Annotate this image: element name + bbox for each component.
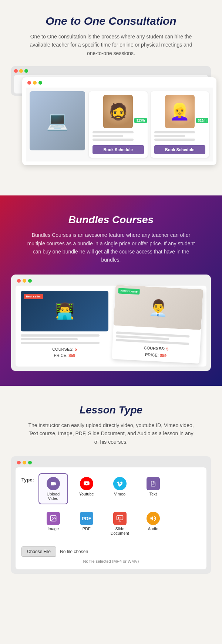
no-file-text: No file chosen xyxy=(60,549,88,554)
upload-video-symbol xyxy=(47,477,60,490)
card-line xyxy=(154,131,195,133)
lesson-section: Lesson Type The instructor can easily up… xyxy=(0,386,222,589)
consultation-title: One to One Consultation xyxy=(11,15,211,27)
youtube-label: Youtube xyxy=(79,492,94,496)
consultation-hero-image: 💻 xyxy=(30,91,85,150)
lesson-type-row: Type: Upload Video xyxy=(21,473,201,539)
female-face: 👱‍♀️ xyxy=(165,95,195,128)
dot-red-lesson xyxy=(17,461,21,464)
svg-point-3 xyxy=(52,517,53,518)
card-line xyxy=(154,139,195,141)
consultation-cards-row: 💻 🧔 $23/h xyxy=(26,88,213,161)
image-icon xyxy=(47,512,60,525)
lesson-icon-upload-video[interactable]: Upload Video xyxy=(38,473,68,504)
dot-green-lesson xyxy=(28,461,32,464)
card-line xyxy=(92,139,134,141)
consultation-section: One to One Consultation One to One consu… xyxy=(0,0,222,195)
slide-symbol xyxy=(113,512,127,525)
female-emoji: 👱‍♀️ xyxy=(169,102,190,121)
bundle-card-1: 👨‍💻 Best seller COURSES: 5 xyxy=(21,291,108,359)
svg-rect-4 xyxy=(117,516,123,520)
svg-rect-7 xyxy=(118,517,119,519)
lesson-icon-pdf[interactable]: PDF PDF xyxy=(72,508,101,539)
card-lines-2 xyxy=(154,131,206,142)
lesson-title: Lesson Type xyxy=(11,404,211,416)
newcourse-badge: New Course xyxy=(118,288,140,294)
browser-front: 💻 🧔 $23/h xyxy=(22,77,216,165)
lesson-icon-text[interactable]: Text xyxy=(138,473,168,504)
teacher-avatar-2: 👱‍♀️ xyxy=(165,95,195,128)
teacher-card-1: 🧔 $23/h Book Schedule xyxy=(89,91,148,158)
pdf-label: PDF xyxy=(83,527,91,531)
card-lines-1 xyxy=(92,131,144,142)
dot-green-bundles xyxy=(28,279,32,283)
bundle-meta-2: COURSES: 5 PRICE: $59 xyxy=(115,343,197,361)
bundles-browser-dots xyxy=(16,279,206,283)
youtube-symbol xyxy=(80,477,93,490)
bundle-meta-1: COURSES: 5 PRICE: $59 xyxy=(21,346,108,359)
bundle-lines-1 xyxy=(21,334,108,344)
bundle-price-1: PRICE: $59 xyxy=(21,352,108,359)
price-badge-1: $23/h xyxy=(134,118,147,123)
choose-file-button[interactable]: Choose File xyxy=(21,546,56,557)
dot-green-front xyxy=(38,81,42,85)
dot-red-bundles xyxy=(17,279,21,283)
browser-dots-front xyxy=(26,81,213,85)
youtube-icon xyxy=(80,477,93,490)
image-symbol xyxy=(47,512,60,525)
dot-yellow-front xyxy=(33,81,37,85)
browser-dots-back xyxy=(14,69,208,73)
dot-red xyxy=(14,69,18,73)
dot-green xyxy=(24,69,28,73)
card-line xyxy=(154,135,185,137)
file-chooser-area: Choose File No file chosen xyxy=(21,546,201,557)
file-hint-text: No file selected (MP4 or WMV) xyxy=(21,559,201,563)
vimeo-symbol xyxy=(113,477,127,490)
audio-symbol xyxy=(147,512,160,525)
bundles-section: Bundles Courses Bundles Courses is an aw… xyxy=(0,195,222,386)
text-symbol xyxy=(147,477,160,490)
bundles-description: Bundles Courses is an awesome feature wh… xyxy=(26,231,196,264)
lesson-icon-slide[interactable]: Slide Document xyxy=(105,508,135,539)
svg-rect-1 xyxy=(152,485,154,485)
teacher-card-2: 👱‍♀️ $23/h Book Schedule xyxy=(151,91,209,158)
card-line xyxy=(92,135,123,137)
consultation-mockup: 💻 🧔 $23/h xyxy=(11,66,211,184)
bundle-image-2: 👨‍💼 New Course xyxy=(114,285,203,330)
bundles-title: Bundles Courses xyxy=(11,214,211,226)
upload-video-icon xyxy=(47,477,60,490)
lesson-type-icons: Upload Video Youtube xyxy=(38,473,201,539)
svg-rect-0 xyxy=(152,484,154,484)
dot-red-front xyxy=(27,81,31,85)
book-schedule-button-1[interactable]: Book Schedule xyxy=(92,145,144,154)
slide-icon xyxy=(113,512,127,525)
male-emoji: 🧔 xyxy=(108,102,128,121)
dot-yellow xyxy=(19,69,23,73)
book-schedule-button-2[interactable]: Book Schedule xyxy=(154,145,206,154)
bestseller-badge: Best seller xyxy=(24,294,43,299)
bundle-card-2-content: COURSES: 5 PRICE: $59 xyxy=(112,328,201,364)
laptop-image-placeholder: 💻 xyxy=(30,91,85,150)
lesson-icon-youtube[interactable]: Youtube xyxy=(72,473,101,504)
slide-label: Slide Document xyxy=(109,527,131,535)
bundle-line xyxy=(21,342,100,344)
lesson-icon-image[interactable]: Image xyxy=(38,508,68,539)
text-icon xyxy=(147,477,160,490)
text-label: Text xyxy=(149,492,157,496)
audio-label: Audio xyxy=(148,527,158,531)
consultation-description: One to One consultation is the process w… xyxy=(26,33,196,57)
lesson-inner: Type: Upload Video xyxy=(16,467,206,569)
bundle-image-1: 👨‍💻 Best seller xyxy=(21,291,108,331)
lesson-icon-vimeo[interactable]: Vimeo xyxy=(105,473,135,504)
dot-yellow-lesson xyxy=(23,461,26,464)
pdf-icon: PDF xyxy=(80,512,93,525)
price-badge-2: $23/h xyxy=(196,118,208,123)
lesson-icon-audio[interactable]: Audio xyxy=(138,508,168,539)
teacher-avatar-1: 🧔 xyxy=(103,95,133,128)
lesson-browser-dots xyxy=(16,461,206,464)
pdf-symbol: PDF xyxy=(80,512,93,525)
person-desk-icon: 👨‍💻 xyxy=(55,302,74,320)
bundle-line xyxy=(21,338,78,340)
lesson-description: The instructor can easily upload directl… xyxy=(26,421,196,446)
bundle-courses-1: COURSES: 5 xyxy=(21,346,108,353)
